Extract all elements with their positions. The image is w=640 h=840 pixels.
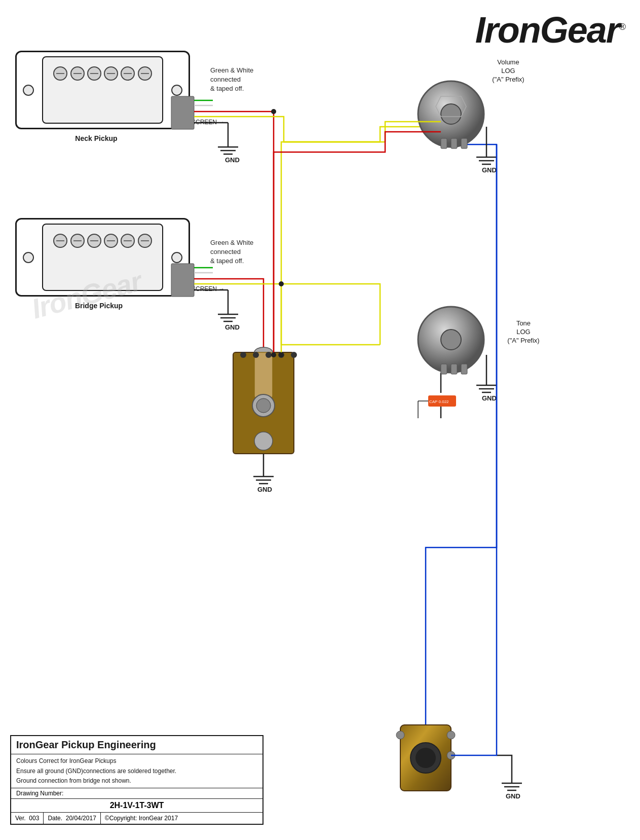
bridge-pickup-label: Bridge Pickup — [41, 302, 157, 310]
footer-ver: Ver. 003 — [11, 813, 44, 824]
footer-note-2: Ensure all ground (GND)connections are s… — [16, 766, 257, 776]
footer-drawing-label: Drawing Number: — [11, 788, 262, 799]
footer-box: IronGear Pickup Engineering Colours Corr… — [10, 735, 263, 825]
svg-point-59 — [396, 731, 404, 739]
footer-bottom: Ver. 003 Date. 20/04/2017 ©Copyright: Ir… — [11, 813, 262, 824]
neck-pickup — [15, 51, 190, 129]
svg-rect-56 — [400, 725, 451, 791]
neck-right-screw — [171, 85, 182, 96]
pole-1 — [53, 66, 67, 81]
tone-pot-label: Tone LOG ("A" Prefix) — [491, 319, 556, 345]
bridge-screen-label: SCREEN → — [192, 285, 224, 293]
svg-point-69 — [271, 352, 276, 357]
bridge-pickup-inner — [42, 224, 163, 291]
bridge-pickup — [15, 218, 190, 297]
pole-3 — [87, 66, 101, 81]
footer-copyright: ©Copyright: IronGear 2017 — [101, 813, 262, 824]
svg-point-66 — [271, 109, 276, 114]
svg-text:CAP 0.022: CAP 0.022 — [429, 399, 449, 404]
pole-6 — [138, 66, 152, 81]
svg-point-60 — [447, 731, 455, 739]
pole-2 — [70, 66, 85, 81]
svg-point-31 — [266, 352, 272, 358]
svg-rect-45 — [461, 138, 467, 149]
neck-screen-label: SCREEN → — [192, 119, 224, 126]
pole-4 — [104, 66, 118, 81]
svg-point-33 — [291, 352, 297, 358]
svg-marker-46 — [436, 96, 466, 117]
svg-text:GND: GND — [506, 792, 520, 800]
svg-point-27 — [254, 347, 273, 357]
logo: IronGear® — [475, 9, 625, 51]
bridge-pole-5 — [121, 234, 135, 248]
svg-text:GND: GND — [225, 156, 240, 164]
footer-date: Date. 20/04/2017 — [44, 813, 100, 824]
footer-drawing-number: 2H-1V-1T-3WT — [11, 799, 262, 813]
svg-rect-28 — [254, 352, 273, 398]
svg-rect-50 — [451, 364, 457, 374]
logo-registered: ® — [619, 22, 625, 32]
footer-note-1: Colours Correct for IronGear Pickups — [16, 756, 257, 766]
neck-pickup-poles — [43, 66, 162, 81]
bridge-pole-6 — [138, 234, 152, 248]
footer-title: IronGear Pickup Engineering — [11, 736, 262, 754]
svg-point-36 — [254, 432, 273, 450]
svg-rect-26 — [233, 352, 294, 454]
bridge-pickup-poles — [43, 234, 162, 248]
footer-notes: Colours Correct for IronGear Pickups Ens… — [11, 754, 262, 788]
svg-rect-51 — [461, 364, 467, 374]
svg-text:GND: GND — [482, 394, 497, 402]
svg-point-34 — [252, 394, 275, 417]
neck-wire-note: Green & White connected & taped off. — [210, 66, 253, 94]
bridge-pole-3 — [87, 234, 101, 248]
bridge-left-screw — [23, 252, 34, 263]
svg-text:GND: GND — [482, 166, 497, 174]
svg-point-67 — [279, 281, 284, 286]
svg-rect-43 — [441, 138, 447, 149]
svg-point-41 — [418, 81, 484, 147]
svg-rect-49 — [441, 364, 447, 374]
bridge-pole-1 — [53, 234, 67, 248]
svg-point-30 — [253, 352, 259, 358]
neck-pickup-label: Neck Pickup — [51, 134, 142, 142]
neck-left-screw — [23, 85, 34, 96]
svg-rect-44 — [451, 138, 457, 149]
svg-text:GND: GND — [257, 486, 272, 493]
svg-point-68 — [279, 352, 284, 357]
svg-rect-52 — [428, 395, 456, 407]
svg-point-58 — [416, 748, 436, 768]
pole-5 — [121, 66, 135, 81]
svg-point-42 — [441, 104, 461, 124]
logo-text: IronGear — [475, 10, 619, 50]
svg-point-48 — [441, 330, 461, 350]
svg-point-57 — [410, 743, 441, 773]
svg-point-35 — [256, 398, 271, 413]
svg-point-47 — [418, 307, 484, 373]
bridge-pole-4 — [104, 234, 118, 248]
svg-text:GND: GND — [225, 323, 240, 331]
svg-point-32 — [278, 352, 284, 358]
bridge-pole-2 — [70, 234, 85, 248]
bridge-right-screw — [171, 252, 182, 263]
svg-point-29 — [240, 352, 246, 358]
footer-note-3: Ground connection from bridge not shown. — [16, 776, 257, 786]
volume-pot-label: Volume LOG ("A" Prefix) — [475, 58, 541, 84]
svg-point-61 — [447, 751, 455, 759]
neck-pickup-inner — [42, 56, 163, 124]
bridge-wire-note: Green & White connected & taped off. — [210, 238, 253, 266]
